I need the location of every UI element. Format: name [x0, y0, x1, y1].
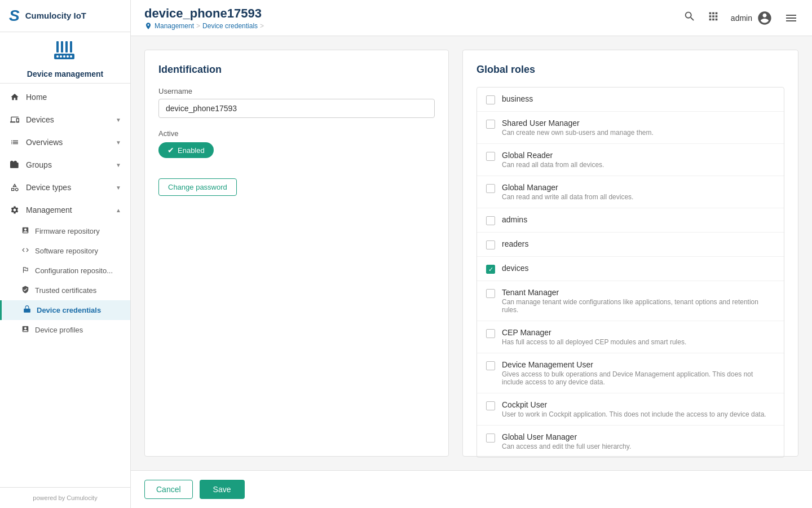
role-item: Device Management UserGives access to bu…: [477, 353, 784, 393]
svg-point-5: [56, 55, 59, 58]
firmware-icon: [21, 226, 29, 236]
sidebar: S Cumulocity IoT Device management: [0, 0, 131, 508]
topbar: device_phone17593 Management > Device cr…: [131, 0, 812, 36]
identification-title: Identification: [158, 64, 435, 76]
svg-rect-3: [70, 41, 72, 52]
sidebar-item-management[interactable]: Management ▲: [0, 199, 130, 221]
management-icon: [9, 204, 20, 216]
overviews-chevron: ▼: [116, 139, 121, 146]
config-icon: [21, 266, 29, 275]
role-checkbox-devices[interactable]: ✓: [486, 265, 495, 274]
role-info-business: business: [502, 94, 775, 103]
trusted-certs-label: Trusted certificates: [35, 286, 96, 295]
role-checkbox-shared-user-mgr[interactable]: [486, 120, 495, 129]
management-label: Management: [26, 205, 110, 214]
change-password-button[interactable]: Change password: [158, 178, 237, 196]
overviews-icon: [9, 137, 20, 148]
management-chevron: ▲: [116, 207, 121, 213]
role-item: Cockpit UserUser to work in Cockpit appl…: [477, 393, 784, 426]
brand-header: S Cumulocity IoT: [0, 0, 130, 32]
config-label: Configuration reposito...: [35, 266, 113, 275]
sidebar-item-device-types[interactable]: Device types ▼: [0, 176, 130, 199]
sidebar-item-home[interactable]: Home: [0, 86, 130, 108]
role-checkbox-cockpit-user[interactable]: [486, 401, 495, 410]
role-checkbox-global-user-mgr[interactable]: [486, 433, 495, 443]
sidebar-item-trusted-certs[interactable]: Trusted certificates: [0, 281, 130, 300]
role-info-cockpit-user: Cockpit UserUser to work in Cockpit appl…: [502, 400, 775, 418]
role-checkbox-cep-manager[interactable]: [486, 329, 495, 338]
page-title: device_phone17593: [144, 6, 264, 21]
role-item: CEP ManagerHas full access to all deploy…: [477, 321, 784, 353]
brand-logo-icon: S: [9, 7, 20, 25]
device-types-icon: [9, 182, 20, 193]
sidebar-item-device-credentials[interactable]: Device credentials: [0, 300, 130, 320]
profiles-icon: [21, 325, 29, 335]
role-checkbox-global-reader[interactable]: [486, 152, 495, 161]
role-name-cep-manager: CEP Manager: [502, 328, 775, 337]
breadcrumb: Management > Device credentials >: [144, 22, 264, 30]
device-mgmt-icon: [54, 41, 77, 66]
role-name-global-reader: Global Reader: [502, 151, 775, 160]
active-label: Active: [158, 129, 435, 138]
sidebar-item-firmware[interactable]: Firmware repository: [0, 221, 130, 241]
svg-rect-1: [61, 41, 63, 52]
sidebar-item-groups[interactable]: Groups ▼: [0, 154, 130, 176]
sidebar-item-software[interactable]: Software repository: [0, 241, 130, 261]
admin-section[interactable]: admin: [731, 10, 773, 26]
grid-icon[interactable]: [707, 10, 720, 25]
role-desc-global-reader: Can read all data from all devices.: [502, 161, 775, 169]
search-icon[interactable]: [683, 10, 696, 25]
svg-point-6: [60, 55, 62, 58]
role-checkbox-tenant-manager[interactable]: [486, 289, 495, 298]
admin-avatar-icon: [757, 10, 773, 26]
certs-icon: [21, 286, 29, 295]
sidebar-item-devices[interactable]: Devices ▼: [0, 108, 130, 131]
role-desc-global-manager: Can read and write all data from all dev…: [502, 193, 775, 201]
groups-icon: [9, 159, 20, 170]
role-info-admins: admins: [502, 215, 775, 224]
role-checkbox-business[interactable]: [486, 95, 495, 104]
svg-point-9: [70, 55, 72, 58]
role-info-global-user-mgr: Global User ManagerCan access and edit t…: [502, 432, 775, 450]
role-desc-tenant-manager: Can manage tenant wide configurations li…: [502, 298, 775, 314]
groups-label: Groups: [26, 160, 110, 169]
role-name-device-mgmt-user: Device Management User: [502, 360, 775, 369]
username-field-group: Username: [158, 87, 435, 118]
sidebar-toggle-icon[interactable]: [784, 12, 798, 24]
toggle-label: Enabled: [178, 146, 205, 155]
breadcrumb-management[interactable]: Management: [155, 22, 194, 30]
main-nav: Home Devices ▼ Overviews ▼ Groups ▼: [0, 84, 130, 342]
software-icon: [21, 246, 29, 256]
cancel-button[interactable]: Cancel: [144, 480, 193, 499]
role-checkbox-readers[interactable]: [486, 240, 495, 249]
role-checkbox-admins[interactable]: [486, 216, 495, 225]
content-area: Identification Username Active ✔ Enabled…: [131, 36, 812, 470]
save-button[interactable]: Save: [200, 480, 245, 499]
devices-chevron: ▼: [116, 117, 121, 123]
device-types-label: Device types: [26, 183, 110, 192]
username-input[interactable]: [158, 99, 435, 118]
role-name-admins: admins: [502, 215, 775, 224]
groups-chevron: ▼: [116, 162, 121, 168]
role-checkbox-global-manager[interactable]: [486, 184, 495, 193]
svg-point-8: [67, 55, 69, 58]
sidebar-item-overviews[interactable]: Overviews ▼: [0, 131, 130, 154]
home-icon: [9, 91, 20, 103]
footer-bar: Cancel Save: [131, 470, 812, 508]
main-area: device_phone17593 Management > Device cr…: [131, 0, 812, 508]
admin-name: admin: [731, 14, 752, 23]
devices-label: Devices: [26, 115, 110, 124]
active-toggle[interactable]: ✔ Enabled: [158, 142, 214, 158]
overviews-label: Overviews: [26, 138, 110, 147]
role-item: Tenant ManagerCan manage tenant wide con…: [477, 281, 784, 321]
sidebar-item-device-profiles[interactable]: Device profiles: [0, 320, 130, 340]
svg-point-7: [63, 55, 65, 58]
breadcrumb-device-credentials[interactable]: Device credentials: [202, 22, 258, 30]
role-name-global-user-mgr: Global User Manager: [502, 432, 775, 441]
device-management-title: Device management: [27, 69, 103, 78]
role-name-shared-user-mgr: Shared User Manager: [502, 119, 775, 128]
role-item: Global ManagerCan read and write all dat…: [477, 176, 784, 208]
role-checkbox-device-mgmt-user[interactable]: [486, 361, 495, 370]
global-roles-card: Global roles businessShared User Manager…: [462, 50, 798, 457]
sidebar-item-config[interactable]: Configuration reposito...: [0, 261, 130, 281]
